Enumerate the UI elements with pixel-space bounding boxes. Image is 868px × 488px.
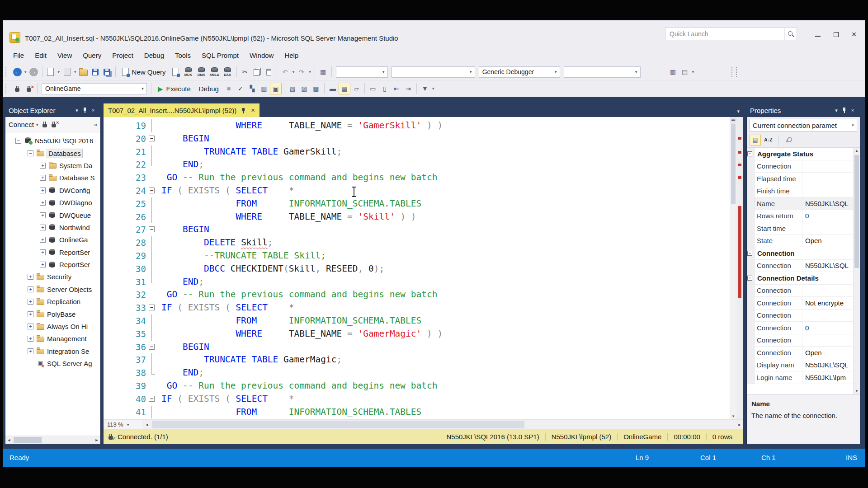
include-estimated-plan-icon[interactable]: ▧ (287, 83, 298, 94)
fold-margin[interactable] (146, 263, 158, 276)
property-row[interactable]: NameN550JKL\SQL (747, 197, 853, 210)
scroll-left-icon[interactable]: ◄ (143, 422, 151, 427)
property-row[interactable]: ConnectionN550JKL\SQL (747, 260, 853, 272)
search-icon[interactable] (784, 28, 797, 40)
tree-item-system-da[interactable]: +System Da (5, 160, 100, 172)
fold-margin[interactable]: − (146, 132, 158, 145)
menu-window[interactable]: Window (244, 50, 279, 61)
undo-dropdown[interactable]: ▾ (291, 70, 296, 74)
query-toolbar-options-dropdown[interactable]: ▾ (431, 86, 436, 91)
tree-item-dwqueue[interactable]: +DWQueue (5, 209, 100, 221)
expand-icon[interactable]: + (28, 286, 33, 292)
registered-servers-icon[interactable]: ▥ (667, 66, 679, 78)
expand-icon[interactable]: + (40, 175, 46, 181)
code-line[interactable]: 30 DBCC CHECKIDENT(Skill, RESEED, 0); (104, 263, 730, 276)
code-line[interactable]: 19 WHERE TABLE_NAME = 'GamerSkill' ) ) (104, 119, 730, 132)
fold-margin[interactable]: − (146, 301, 158, 314)
expand-icon[interactable]: + (40, 262, 46, 267)
code-line[interactable]: 34 FROM INFORMATION_SCHEMA.TABLES (104, 314, 730, 328)
fold-margin[interactable]: − (146, 184, 158, 197)
activity-monitor-icon[interactable]: ▦ (317, 66, 329, 78)
close-icon[interactable]: × (251, 107, 255, 113)
fold-margin[interactable] (146, 119, 158, 132)
expand-icon[interactable]: + (40, 200, 46, 206)
fold-margin[interactable] (146, 328, 158, 341)
tree-item-databases[interactable]: −Databases (5, 147, 100, 159)
navigate-backward-icon[interactable]: ← (11, 66, 23, 78)
code-line[interactable]: 35 WHERE TABLE_NAME = 'GamerMagic' ) ) (104, 328, 730, 341)
fold-margin[interactable] (146, 145, 158, 159)
properties-header[interactable]: Properties ▾ × (746, 103, 860, 117)
code-line[interactable]: 40−IF ( EXISTS ( SELECT * (104, 393, 730, 406)
code-line[interactable]: 31 END; (104, 276, 730, 289)
scroll-left-icon[interactable]: ◄ (5, 438, 13, 442)
results-to-file-icon[interactable]: ▱ (350, 83, 362, 94)
expand-icon[interactable]: + (28, 311, 33, 317)
scrollbar-thumb[interactable] (152, 421, 524, 428)
add-item-icon[interactable] (61, 66, 73, 78)
property-row[interactable]: Display namN550JKL\SQL (747, 359, 853, 372)
property-row[interactable]: Connection (747, 285, 853, 297)
code-line[interactable]: 25 FROM INFORMATION_SCHEMA.TABLES (104, 197, 730, 211)
scrollbar-thumb[interactable] (731, 124, 736, 204)
expand-icon[interactable]: + (40, 212, 46, 218)
copy-icon[interactable] (251, 66, 263, 78)
categorized-button[interactable]: ▤ (750, 135, 761, 145)
tree-item-security[interactable]: +Security (5, 271, 100, 283)
menu-edit[interactable]: Edit (29, 50, 52, 61)
property-row[interactable]: Finish time (747, 185, 853, 198)
increase-indent-icon[interactable]: ⇥ (402, 83, 414, 94)
scroll-up-icon[interactable]: ▲ (854, 149, 860, 153)
scrollbar-thumb[interactable] (14, 437, 42, 443)
menu-debug[interactable]: Debug (139, 50, 170, 61)
property-pages-button[interactable] (783, 135, 794, 145)
toolbar-overflow-grip[interactable] (731, 67, 737, 77)
property-category-connection-details[interactable]: −Connection Details (747, 272, 853, 285)
new-project-dropdown[interactable]: ▾ (57, 70, 61, 74)
property-category-aggregate-status[interactable]: −Aggregate Status (747, 148, 853, 160)
new-query-button[interactable]: New Query (118, 66, 170, 78)
tree-item-northwind[interactable]: +Northwind (5, 221, 100, 234)
editor-vscrollbar[interactable]: ▬ ▼ (730, 117, 736, 419)
available-databases-combo[interactable]: OnlineGame▾ (42, 83, 147, 94)
property-row[interactable]: ConnectionOpen (747, 347, 853, 359)
code-line[interactable]: 22 END; (104, 158, 730, 171)
property-row[interactable]: Rows return0 (747, 210, 853, 223)
tree-item-management[interactable]: +Management (5, 333, 100, 345)
redo-dropdown[interactable]: ▾ (307, 70, 312, 74)
property-row[interactable]: ConnectionNot encrypte (747, 297, 853, 310)
save-icon[interactable] (90, 66, 101, 78)
close-button[interactable]: × (845, 28, 863, 41)
pin-icon[interactable] (241, 107, 247, 113)
open-file-icon[interactable] (78, 66, 90, 78)
xmla-query-icon[interactable]: XMLA (208, 66, 221, 78)
tree-item-onlinega[interactable]: +OnlineGa (5, 234, 100, 246)
overflow-chevron-icon[interactable]: » (94, 121, 97, 128)
expand-icon[interactable]: + (40, 188, 46, 193)
property-row[interactable]: StateOpen (747, 235, 853, 248)
property-row[interactable]: Connection (747, 160, 853, 173)
navigate-backward-dropdown[interactable]: ▾ (23, 70, 28, 74)
code-line[interactable]: 32 GO -- Run the previous command and be… (104, 288, 730, 301)
code-line[interactable]: 23 GO -- Run the previous command and be… (104, 171, 730, 184)
code-line[interactable]: 38 END; (104, 366, 730, 380)
fold-margin[interactable] (146, 380, 158, 393)
undo-icon[interactable]: ↶ (279, 66, 291, 78)
menu-tools[interactable]: Tools (170, 50, 196, 61)
menu-sql-prompt[interactable]: SQL Prompt (196, 50, 244, 61)
results-to-grid-icon[interactable]: ▦ (339, 83, 350, 94)
menu-file[interactable]: File (8, 50, 29, 61)
save-all-icon[interactable] (101, 66, 113, 78)
expand-icon[interactable]: + (28, 348, 33, 354)
comment-selection-icon[interactable]: ▭ (367, 83, 379, 94)
fold-margin[interactable] (146, 288, 158, 301)
object-explorer-hscrollbar[interactable]: ◄ ► (5, 436, 100, 444)
results-to-text-icon[interactable]: ▬ (327, 83, 339, 94)
tree-item-integration-se[interactable]: +Integration Se (5, 345, 100, 357)
tree-item-polybase[interactable]: +PolyBase (5, 308, 100, 320)
code-lines[interactable]: 19 WHERE TABLE_NAME = 'GamerSkill' ) )20… (104, 117, 730, 419)
code-line[interactable]: 33−IF ( EXISTS ( SELECT * (104, 301, 730, 314)
tree-item-dwconfig[interactable]: +DWConfig (5, 184, 100, 197)
debug-target-combo[interactable]: Generic Debugger▾ (479, 66, 560, 78)
document-tab[interactable]: T007_02_All_Insert....N550JKL\lpmpl (52)… (104, 103, 259, 117)
